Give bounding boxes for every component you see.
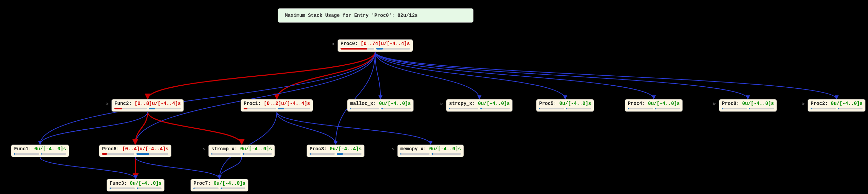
node-separator: :: [324, 146, 330, 152]
usage-bar-1: [400, 153, 430, 155]
node-value: 0u/[-4..0]s: [559, 101, 591, 106]
node-strcpy_x[interactable]: ▷strcpy_x: 0u/[-4..0]s: [446, 99, 513, 112]
usage-bar-1: [449, 108, 478, 109]
node-separator: :: [116, 146, 122, 152]
usage-bar-2: [137, 187, 162, 189]
node-label: malloc_x: 0u/[-4..0]s: [350, 101, 411, 106]
node-separator: :: [642, 101, 648, 106]
node-value: 0u/[-4..0]s: [742, 101, 774, 106]
expand-icon[interactable]: ▷: [712, 101, 717, 106]
expand-icon[interactable]: ▷: [801, 101, 806, 106]
node-label: Func2: [0..8]u/[-4..4]s: [114, 101, 181, 106]
node-value: [0..74]u/[-4..4]s: [361, 41, 410, 46]
edge-func2-to-strcmp_x: [148, 112, 242, 144]
node-separator: :: [736, 101, 742, 106]
graph-title: Maximum Stack Usage for Entry 'Proc0': 8…: [278, 8, 474, 23]
node-separator: :: [355, 41, 361, 46]
usage-bar-1: [211, 153, 241, 155]
stack-usage-graph: { "header": { "title": "Maximum Stack Us…: [0, 0, 868, 194]
usage-bar-1: [722, 108, 747, 109]
node-memcpy_x[interactable]: ▷memcpy_x: 0u/[-4..0]s: [397, 144, 464, 157]
edge-proc6-to-func3: [135, 157, 136, 179]
node-label: strcpy_x: 0u/[-4..0]s: [449, 101, 510, 106]
usage-bars: [193, 187, 245, 189]
node-name: Func3: [110, 181, 124, 186]
usage-bar-1: [14, 153, 39, 155]
usage-bars: [341, 48, 410, 50]
edge-proc1-to-proc3: [277, 112, 336, 144]
usage-bar-2: [838, 108, 863, 109]
node-label: Proc6: [0..4]u/[-4..4]s: [102, 146, 168, 152]
usage-bars: [102, 153, 168, 155]
node-label: Proc1: [0..2]u/[-4..4]s: [244, 101, 310, 106]
usage-bar-1: [341, 48, 374, 50]
node-value: 0u/[-4..0]s: [831, 101, 863, 106]
usage-bar-2: [243, 153, 272, 155]
node-name: Proc7: [193, 181, 208, 186]
usage-bar-1: [310, 153, 335, 155]
usage-bar-1: [628, 108, 653, 109]
node-func2[interactable]: ▷Func2: [0..8]u/[-4..4]s: [111, 99, 184, 112]
usage-bar-2: [566, 108, 591, 109]
usage-bars: [310, 153, 361, 155]
usage-bar-1: [114, 108, 147, 109]
expand-icon[interactable]: ▷: [105, 101, 110, 106]
node-label: strcmp_x: 0u/[-4..0]s: [211, 146, 272, 152]
node-separator: :: [29, 146, 34, 152]
edge-proc0-to-proc4: [375, 52, 654, 99]
node-func1[interactable]: Func1: 0u/[-4..0]s: [11, 144, 69, 157]
node-proc0[interactable]: ▷Proc0: [0..74]u/[-4..4]s: [337, 39, 413, 52]
usage-bar-1: [193, 187, 219, 189]
expand-icon[interactable]: ▷: [202, 147, 207, 152]
usage-bars: [449, 108, 510, 109]
node-proc4[interactable]: Proc4: 0u/[-4..0]s: [625, 99, 683, 112]
node-separator: :: [258, 101, 264, 106]
usage-bar-2: [221, 187, 246, 189]
usage-bar-2: [655, 108, 680, 109]
node-separator: :: [423, 146, 429, 152]
expand-icon[interactable]: ▷: [439, 101, 444, 106]
node-proc2[interactable]: ▷Proc2: 0u/[-4..0]s: [808, 99, 866, 112]
node-proc3[interactable]: Proc3: 0u/[-4..4]s: [307, 144, 365, 157]
node-proc8[interactable]: ▷Proc8: 0u/[-4..0]s: [719, 99, 777, 112]
node-separator: :: [373, 101, 379, 106]
edge-func1-to-func3: [40, 157, 136, 179]
usage-bar-2: [41, 153, 66, 155]
node-name: Proc3: [310, 146, 324, 152]
node-strcmp_x[interactable]: ▷strcmp_x: 0u/[-4..0]s: [208, 144, 275, 157]
expand-icon[interactable]: ▷: [391, 147, 396, 152]
node-malloc_x[interactable]: malloc_x: 0u/[-4..0]s: [347, 99, 414, 112]
edge-proc0-to-proc5: [375, 52, 565, 99]
edge-proc0-to-func2: [148, 52, 375, 99]
edge-func2-to-func1: [40, 112, 148, 144]
node-func3[interactable]: Func3: 0u/[-4..0]s: [107, 179, 165, 192]
node-value: [0..4]u/[-4..4]s: [122, 146, 168, 152]
usage-bar-1: [811, 108, 836, 109]
usage-bars: [539, 108, 591, 109]
node-label: Func1: 0u/[-4..0]s: [14, 146, 66, 152]
node-name: Proc1: [244, 101, 258, 106]
node-label: memcpy_x: 0u/[-4..0]s: [400, 146, 461, 152]
node-proc5[interactable]: Proc5: 0u/[-4..0]s: [536, 99, 594, 112]
node-value: 0u/[-4..0]s: [34, 146, 66, 152]
edge-proc6-to-proc7: [135, 157, 220, 179]
node-name: strcpy_x: [449, 101, 472, 106]
expand-icon[interactable]: ▷: [331, 42, 336, 46]
edge-proc0-to-malloc_x: [375, 52, 380, 99]
node-value: 0u/[-4..0]s: [429, 146, 461, 152]
node-value: 0u/[-4..0]s: [648, 101, 680, 106]
edge-strcmp_x-to-proc7: [220, 157, 242, 179]
node-name: malloc_x: [350, 101, 373, 106]
node-separator: :: [472, 101, 478, 106]
node-label: Func3: 0u/[-4..0]s: [110, 181, 162, 186]
usage-bar-2: [337, 153, 362, 155]
node-proc1[interactable]: Proc1: [0..2]u/[-4..4]s: [241, 99, 313, 112]
usage-bars: [244, 108, 310, 109]
edge-proc0-to-proc8: [375, 52, 748, 99]
usage-bar-2: [278, 108, 310, 109]
node-proc7[interactable]: Proc7: 0u/[-4..0]s: [190, 179, 248, 192]
usage-bars: [722, 108, 774, 109]
usage-bars: [114, 108, 181, 109]
node-proc6[interactable]: Proc6: [0..4]u/[-4..4]s: [99, 144, 171, 157]
edges-layer: [0, 0, 868, 194]
